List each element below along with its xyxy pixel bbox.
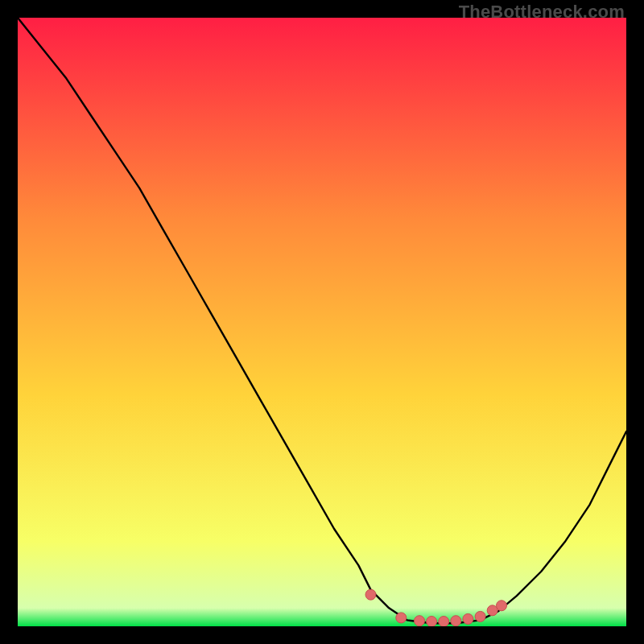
watermark-text: TheBottleneck.com (459, 2, 625, 23)
chart-frame: TheBottleneck.com (0, 0, 644, 644)
marker-point (396, 613, 407, 623)
marker-point (439, 617, 449, 627)
marker-point (497, 601, 507, 611)
marker-point (415, 616, 425, 626)
marker-point (365, 589, 376, 600)
marker-point (427, 617, 437, 627)
marker-point (475, 611, 485, 621)
chart-svg (18, 18, 626, 626)
gradient-background (18, 18, 626, 626)
marker-point (463, 613, 473, 624)
marker-point (451, 616, 461, 626)
plot-area (18, 18, 626, 626)
